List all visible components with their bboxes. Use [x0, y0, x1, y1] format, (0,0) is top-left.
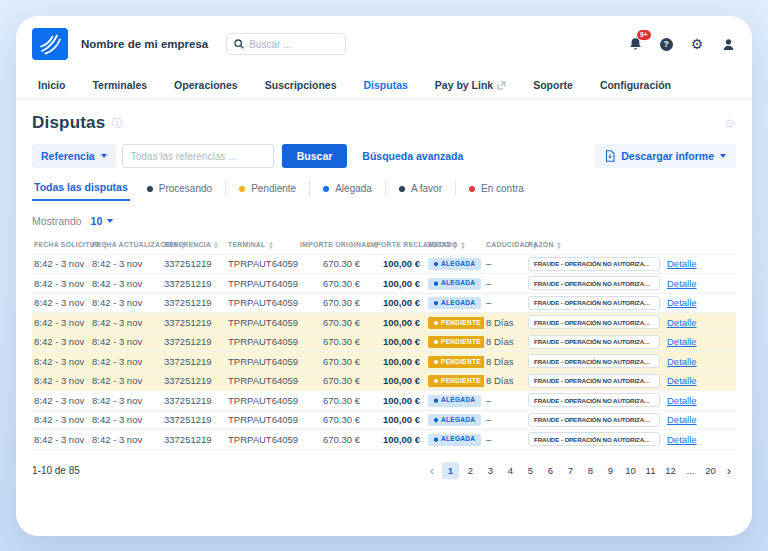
nav-item-inicio[interactable]: Inicio: [38, 79, 65, 91]
page-button-4[interactable]: 4: [502, 462, 519, 479]
settings-button[interactable]: ⚙: [689, 36, 705, 52]
status-badge: PENDIENTE: [428, 356, 484, 368]
cell-caducidad: 8 Días: [484, 371, 526, 391]
next-page-icon[interactable]: ›: [722, 464, 736, 477]
status-badge-icon: [434, 360, 438, 364]
nav-item-label: Suscripciones: [265, 79, 337, 91]
nav-item-disputas[interactable]: Disputas: [364, 79, 408, 91]
cell-importe-original: 670.30 €: [298, 332, 366, 352]
cell-fecha-actualizacion: 8:42 - 3 nov: [90, 352, 162, 372]
razon-box: FRAUDE - OPERACIÓN NO AUTORIZADA POR EL.…: [528, 393, 660, 407]
cell-fecha-solicitud: 8:42 - 3 nov: [32, 352, 90, 372]
notification-badge: 9+: [637, 30, 651, 40]
cell-caducidad: –: [484, 410, 526, 430]
cell-caducidad: –: [484, 274, 526, 294]
company-logo-icon[interactable]: [32, 28, 68, 60]
global-search[interactable]: [226, 33, 346, 55]
status-dot-icon: [147, 186, 153, 192]
status-badge: PENDIENTE: [428, 336, 484, 348]
info-icon[interactable]: ⓘ: [111, 118, 122, 129]
cell-fecha-solicitud: 8:42 - 3 nov: [32, 254, 90, 274]
page-button-6[interactable]: 6: [542, 462, 559, 479]
legend-item[interactable]: En contra: [455, 181, 537, 196]
cell-terminal: TPRPAUT64059: [226, 352, 298, 372]
detalle-link[interactable]: Detalle: [664, 395, 697, 406]
nav-item-pay-by-link[interactable]: Pay by Link: [435, 79, 506, 91]
cell-referencia: 337251219: [162, 254, 226, 274]
column-header[interactable]: FECHA ACTUALIZACIÓN: [90, 237, 162, 254]
detalle-link[interactable]: Detalle: [664, 258, 697, 269]
notifications-button[interactable]: 9+: [627, 36, 643, 52]
nav-item-configuraci-n[interactable]: Configuración: [600, 79, 671, 91]
search-button[interactable]: Buscar: [282, 144, 348, 168]
column-header[interactable]: REFERENCIA: [162, 237, 226, 254]
sort-icon: [269, 242, 273, 249]
page-button-1[interactable]: 1: [442, 462, 459, 479]
external-link-icon: [497, 81, 506, 90]
column-header[interactable]: RAZÓN: [526, 237, 662, 254]
table-row: 8:42 - 3 nov 8:42 - 3 nov 337251219 TPRP…: [32, 293, 736, 313]
page-button-7[interactable]: 7: [562, 462, 579, 479]
detalle-link[interactable]: Detalle: [664, 317, 697, 328]
detalle-link[interactable]: Detalle: [664, 336, 697, 347]
page-size-value: 10: [91, 215, 103, 227]
legend-item[interactable]: Alegada: [309, 181, 385, 196]
account-button[interactable]: [720, 36, 736, 52]
advanced-search-link[interactable]: Búsqueda avanzada: [362, 150, 463, 162]
column-header[interactable]: FECHA SOLICITUD: [32, 237, 90, 254]
page-button-9[interactable]: 9: [602, 462, 619, 479]
cell-importe-reclamado: 100,00 €: [366, 391, 426, 411]
nav-item-label: Soporte: [533, 79, 573, 91]
help-button[interactable]: ?: [658, 36, 674, 52]
topbar: Nombre de mi empresa 9+ ? ⚙: [16, 16, 752, 72]
legend-item[interactable]: Procesando: [134, 181, 225, 196]
column-header[interactable]: CADUCIDAD: [484, 237, 526, 254]
page-button-8[interactable]: 8: [582, 462, 599, 479]
cell-importe-original: 670.30 €: [298, 430, 366, 450]
detalle-link[interactable]: Detalle: [664, 434, 697, 445]
column-header[interactable]: ESTADO: [426, 237, 484, 254]
column-header[interactable]: TERMINAL: [226, 237, 298, 254]
detalle-link[interactable]: Detalle: [664, 356, 697, 367]
page-button-20[interactable]: 20: [702, 462, 719, 479]
page-button-11[interactable]: 11: [642, 462, 659, 479]
column-header[interactable]: IMPORTE ORIGINAL: [298, 237, 366, 254]
nav-item-operaciones[interactable]: Operaciones: [174, 79, 238, 91]
nav-item-terminales[interactable]: Terminales: [92, 79, 147, 91]
detalle-link[interactable]: Detalle: [664, 278, 697, 289]
cell-importe-reclamado: 100,00 €: [366, 313, 426, 333]
column-header[interactable]: IMPORTE RECLAMADO: [366, 237, 426, 254]
reference-search-input[interactable]: [122, 144, 274, 168]
download-report-button[interactable]: Descargar informe: [595, 144, 736, 168]
page-button-2[interactable]: 2: [462, 462, 479, 479]
legend-label: Alegada: [335, 183, 372, 194]
filter-field-select[interactable]: Referencia: [32, 144, 116, 168]
cell-fecha-solicitud: 8:42 - 3 nov: [32, 313, 90, 333]
cell-fecha-actualizacion: 8:42 - 3 nov: [90, 371, 162, 391]
tab-todas-las-disputas[interactable]: Todas las disputas: [32, 181, 130, 201]
detalle-link[interactable]: Detalle: [664, 297, 697, 308]
cell-fecha-solicitud: 8:42 - 3 nov: [32, 430, 90, 450]
help-icon: ?: [660, 38, 673, 51]
razon-box: FRAUDE - OPERACIÓN NO AUTORIZADA POR EL.…: [528, 354, 660, 368]
nav-item-suscripciones[interactable]: Suscripciones: [265, 79, 337, 91]
page-size-select[interactable]: 10: [91, 215, 114, 227]
detalle-link[interactable]: Detalle: [664, 414, 697, 425]
razon-box: FRAUDE - OPERACIÓN NO AUTORIZADA POR EL.…: [528, 335, 660, 349]
page-button-10[interactable]: 10: [622, 462, 639, 479]
legend-item[interactable]: Pendiente: [225, 181, 309, 196]
widget-gear-icon[interactable]: ⚙: [724, 117, 736, 130]
page-button-12[interactable]: 12: [662, 462, 679, 479]
cell-fecha-solicitud: 8:42 - 3 nov: [32, 274, 90, 294]
previous-page-icon[interactable]: ‹: [425, 464, 439, 477]
nav-item-soporte[interactable]: Soporte: [533, 79, 573, 91]
disputes-table: FECHA SOLICITUDFECHA ACTUALIZACIÓNREFERE…: [32, 237, 736, 450]
cell-caducidad: 8 Días: [484, 332, 526, 352]
page-button-3[interactable]: 3: [482, 462, 499, 479]
legend-item[interactable]: A favor: [385, 181, 455, 196]
page-button-5[interactable]: 5: [522, 462, 539, 479]
detalle-link[interactable]: Detalle: [664, 375, 697, 386]
cell-importe-original: 670.30 €: [298, 313, 366, 333]
status-dot-icon: [323, 186, 329, 192]
global-search-input[interactable]: [249, 39, 338, 50]
